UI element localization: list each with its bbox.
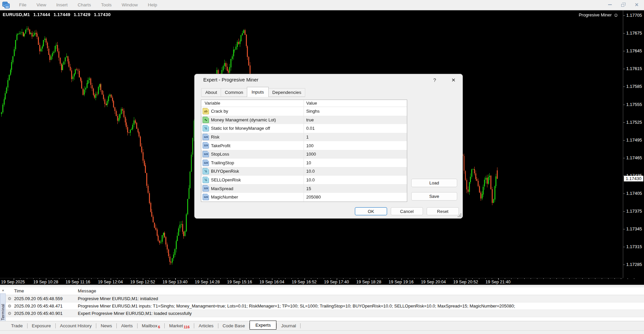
terminal-tab-exposure[interactable]: Exposure: [28, 322, 55, 330]
input-row[interactable]: 123MagicNumber205080: [201, 193, 407, 202]
menu-item-insert[interactable]: Insert: [51, 0, 73, 10]
time-tick-label[interactable]: 19 Sep 15:16: [227, 280, 252, 284]
input-row[interactable]: abCrack bySinghs: [201, 107, 407, 116]
time-tick-label[interactable]: 19 Sep 16:04: [259, 280, 284, 284]
menu-item-tools[interactable]: Tools: [96, 0, 117, 10]
terminal-tab-mailbox[interactable]: Mailbox6: [138, 322, 165, 330]
time-tick-label[interactable]: 19 Sep 18:28: [356, 280, 381, 284]
load-button[interactable]: Load: [411, 179, 457, 187]
input-variable-value[interactable]: 10.0: [306, 177, 315, 182]
price-tick-label: 1.17585: [626, 84, 642, 89]
log-row[interactable]: 2025.09.20 05:45:48.559Progresive Miner …: [6, 295, 644, 302]
time-tick-label[interactable]: 19 Sep 2025: [1, 280, 25, 284]
expert-advisor-label[interactable]: Progresive Miner ☺: [579, 12, 619, 17]
time-tick-label[interactable]: 19 Sep 10:28: [33, 280, 58, 284]
log-row[interactable]: 2025.09.20 05:45:48.471Progresive Miner …: [6, 302, 644, 310]
input-row[interactable]: 123TrailingStop10: [201, 159, 407, 167]
time-tick-label[interactable]: 19 Sep 12:52: [130, 280, 155, 284]
input-row[interactable]: ∿Money Managment (dynamic Lot)true: [201, 116, 407, 124]
reset-button[interactable]: Reset: [427, 207, 459, 215]
dialog-title: Expert - Progresive Miner: [203, 77, 258, 82]
time-tick-label[interactable]: 19 Sep 16:52: [292, 280, 317, 284]
time-tick-label[interactable]: 19 Sep 17:40: [324, 280, 349, 284]
menu-items: FileViewInsertChartsToolsWindowHelp: [14, 0, 162, 10]
ok-button[interactable]: OK: [355, 207, 387, 215]
input-row[interactable]: ½SELLOpenRisk10.0: [201, 176, 407, 184]
time-tick-label[interactable]: 19 Sep 12:04: [98, 280, 123, 284]
time-tick-label[interactable]: 19 Sep 20:52: [453, 280, 478, 284]
terminal-tab-account-history[interactable]: Account History: [56, 322, 96, 330]
column-header-message[interactable]: Message: [78, 288, 96, 293]
column-header-value[interactable]: Value: [306, 101, 317, 106]
input-variable-value[interactable]: 100: [306, 143, 314, 148]
input-variable-value[interactable]: 10.0: [306, 169, 315, 174]
dialog-tab-about[interactable]: About: [201, 88, 221, 97]
time-tick-label[interactable]: 19 Sep 20:04: [421, 280, 446, 284]
time-tick-label[interactable]: 19 Sep 21:40: [486, 280, 511, 284]
terminal-tab-experts[interactable]: Experts: [250, 321, 276, 330]
time-minor-tick: [531, 278, 531, 279]
menu-item-file[interactable]: File: [14, 0, 32, 10]
terminal-tab-market[interactable]: Market116: [165, 322, 194, 330]
log-time: 2025.09.20 05:45:40.901: [14, 311, 63, 316]
input-variable-value[interactable]: 1000: [306, 152, 316, 157]
input-row[interactable]: ½BUYOpenRisk10.0: [201, 167, 407, 176]
log-row[interactable]: 2025.09.20 05:45:40.901Expert Progresive…: [6, 310, 644, 317]
resize-grip[interactable]: [458, 213, 462, 217]
time-minor-tick: [576, 278, 576, 279]
dialog-tab-dependencies[interactable]: Dependencies: [268, 88, 305, 97]
menu-item-help[interactable]: Help: [143, 0, 162, 10]
menu-item-charts[interactable]: Charts: [73, 0, 96, 10]
input-variable-value[interactable]: 0.01: [306, 126, 315, 131]
input-row[interactable]: 123TakeProfit100: [201, 141, 407, 150]
time-tick-label[interactable]: 19 Sep 11:16: [66, 280, 90, 284]
time-minor-tick: [414, 278, 415, 279]
window-minimize-button[interactable]: [603, 0, 616, 9]
input-variable-value[interactable]: 205080: [306, 194, 321, 200]
terminal-log-list: 2025.09.20 05:45:48.559Progresive Miner …: [6, 295, 644, 317]
input-variable-value[interactable]: 10: [306, 160, 311, 165]
terminal-tab-code-base[interactable]: Code Base: [218, 322, 250, 330]
dialog-tab-common[interactable]: Common: [221, 88, 247, 97]
input-variable-value[interactable]: Singhs: [306, 109, 320, 114]
terminal-close-button[interactable]: ×: [1, 288, 5, 293]
save-button[interactable]: Save: [411, 192, 457, 201]
time-tick-label[interactable]: 19 Sep 19:16: [389, 280, 414, 284]
menu-item-view[interactable]: View: [32, 0, 51, 10]
time-minor-tick: [537, 278, 537, 279]
cancel-button[interactable]: Cancel: [391, 207, 423, 215]
input-variable-name: Risk: [211, 134, 219, 140]
menu-item-window[interactable]: Window: [117, 0, 143, 10]
price-axis[interactable]: 1.177051.176751.176451.176151.175851.175…: [623, 10, 644, 278]
window-close-button[interactable]: ✕: [630, 0, 643, 9]
chart-window-system-icon[interactable]: [2, 2, 11, 9]
terminal-tab-articles[interactable]: Articles: [194, 322, 218, 330]
input-variable-value[interactable]: 15: [306, 186, 311, 191]
input-row[interactable]: 123StopLoss1000: [201, 150, 407, 159]
column-header-variable[interactable]: Variable: [205, 101, 220, 106]
input-variable-value[interactable]: true: [306, 117, 314, 122]
time-minor-tick: [460, 278, 460, 279]
time-tick-label[interactable]: 19 Sep 13:40: [163, 280, 187, 284]
price-tick-mark: [623, 69, 625, 69]
input-variable-value[interactable]: 1: [306, 134, 309, 140]
time-minor-tick: [149, 278, 150, 279]
double-type-icon: ½: [203, 125, 209, 131]
time-axis[interactable]: 19 Sep 202519 Sep 10:2819 Sep 11:1619 Se…: [0, 278, 623, 285]
int-type-icon: 123: [203, 151, 209, 157]
terminal-splitter[interactable]: [0, 285, 644, 287]
input-row[interactable]: ½Static lot for MoneyManage off0.01: [201, 124, 407, 133]
input-row[interactable]: 123MaxSpread15: [201, 184, 407, 193]
dialog-tab-inputs[interactable]: Inputs: [247, 87, 269, 97]
terminal-tab-alerts[interactable]: Alerts: [117, 322, 137, 330]
window-restore-button[interactable]: [616, 0, 630, 9]
terminal-tab-journal[interactable]: Journal: [277, 322, 300, 330]
terminal-tab-news[interactable]: News: [96, 322, 116, 330]
dialog-close-button[interactable]: ✕: [448, 76, 459, 84]
time-tick-label[interactable]: 19 Sep 14:28: [195, 280, 220, 284]
expert-advisor-name: Progresive Miner: [579, 12, 611, 17]
column-header-time[interactable]: Time: [14, 288, 24, 293]
terminal-tab-trade[interactable]: Trade: [7, 322, 27, 330]
input-row[interactable]: 123Risk1: [201, 133, 407, 142]
dialog-help-button[interactable]: ?: [429, 76, 440, 84]
